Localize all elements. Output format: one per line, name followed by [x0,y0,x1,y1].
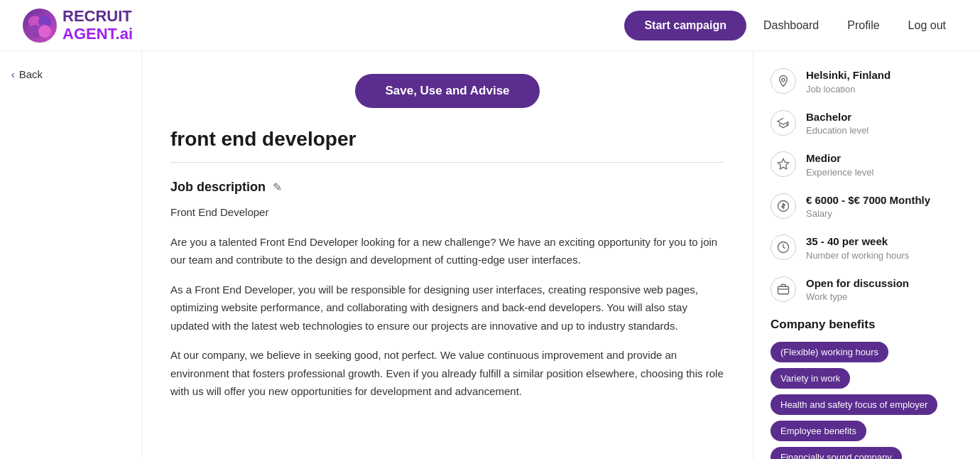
info-item: Helsinki, FinlandJob location [771,68,963,94]
edit-icon[interactable]: ✎ [273,180,282,194]
svg-marker-5 [778,159,789,169]
logo[interactable]: RECRUIT AGENT.ai [23,8,133,42]
info-icon-3 [771,193,796,219]
info-text-1: BachelorEducation level [806,110,869,136]
chevron-left-icon: ‹ [11,69,15,80]
job-description-section-header: Job description ✎ [170,180,724,195]
info-item: € 6000 - $€ 7000 MonthlySalary [771,193,963,220]
info-label-1: Bachelor [806,110,869,124]
dashboard-link[interactable]: Dashboard [752,14,830,38]
info-item: MediorExperience level [771,151,963,178]
info-text-2: MediorExperience level [806,151,873,178]
info-icon-0 [771,68,796,94]
info-icon-4 [771,234,796,260]
info-text-5: Open for discussionWork type [806,276,909,303]
info-icon-5 [771,276,796,302]
logout-link[interactable]: Log out [897,14,957,38]
header-nav: Start campaign Dashboard Profile Log out [624,11,957,40]
info-sublabel-5: Work type [806,291,909,302]
benefit-tag-4: Financially sound company [771,447,902,459]
info-icon-1 [771,110,796,136]
back-label: Back [19,68,43,80]
benefit-tag-3: Employee benefits [771,421,866,441]
back-link[interactable]: ‹ Back [11,68,130,80]
info-sublabel-3: Salary [806,208,930,219]
info-text-4: 35 - 40 per weekNumber of working hours [806,234,909,261]
info-items-container: Helsinki, FinlandJob locationBachelorEdu… [771,68,963,302]
save-use-advise-button[interactable]: Save, Use and Advise [355,74,540,108]
info-item: 35 - 40 per weekNumber of working hours [771,234,963,261]
info-label-5: Open for discussion [806,276,909,291]
job-desc-para2: As a Front End Developer, you will be re… [170,281,724,335]
info-label-0: Helsinki, Finland [806,68,891,82]
info-item: Open for discussionWork type [771,276,963,303]
logo-icon [23,9,57,43]
info-text-3: € 6000 - $€ 7000 MonthlySalary [806,193,930,220]
profile-link[interactable]: Profile [836,14,891,38]
page-layout: ‹ Back Save, Use and Advise front end de… [0,51,980,459]
job-desc-subtitle: Front End Developer [170,203,724,222]
job-title: front end developer [170,128,724,151]
job-desc-para1: Are you a talented Front End Developer l… [170,233,724,269]
svg-point-3 [38,25,51,38]
start-campaign-button[interactable]: Start campaign [624,11,746,40]
info-sublabel-1: Education level [806,125,869,136]
main-content: Save, Use and Advise front end developer… [142,51,753,459]
benefit-tag-0: (Flexible) working hours [771,342,888,362]
info-text-0: Helsinki, FinlandJob location [806,68,891,94]
info-label-4: 35 - 40 per week [806,234,909,249]
benefit-tag-2: Health and safety focus of employer [771,394,937,415]
info-icon-2 [771,151,796,177]
svg-rect-8 [778,286,789,294]
info-item: BachelorEducation level [771,110,963,136]
benefits-grid: (Flexible) working hoursVariety in workH… [771,342,963,459]
job-desc-para3: At our company, we believe in seeking go… [170,346,724,401]
benefit-tag-1: Variety in work [771,368,850,389]
info-label-2: Medior [806,151,873,166]
job-description-body: Front End Developer Are you a talented F… [170,203,724,401]
job-description-title: Job description [170,180,266,195]
info-label-3: € 6000 - $€ 7000 Monthly [806,193,930,207]
sidebar: ‹ Back [0,51,142,459]
info-sublabel-0: Job location [806,84,891,94]
company-benefits-title: Company benefits [771,318,963,332]
svg-point-4 [782,78,785,82]
logo-text: RECRUIT AGENT.ai [62,8,133,42]
right-panel: Helsinki, FinlandJob locationBachelorEdu… [753,51,980,459]
info-sublabel-2: Experience level [806,167,873,178]
info-sublabel-4: Number of working hours [806,250,909,261]
divider [170,162,724,163]
header: RECRUIT AGENT.ai Start campaign Dashboar… [0,0,980,51]
